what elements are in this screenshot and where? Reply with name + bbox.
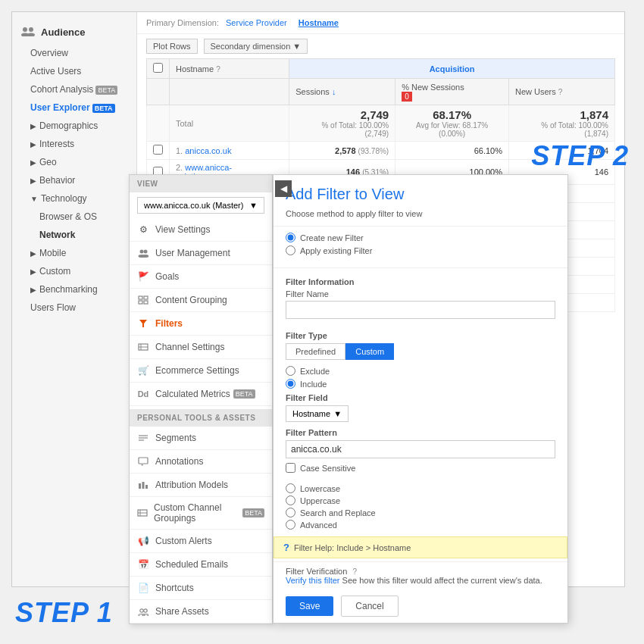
view-menu-view-settings[interactable]: ⚙ View Settings: [130, 218, 272, 242]
primary-dim-label: Primary Dimension:: [146, 18, 219, 27]
sidebar-item-overview[interactable]: Overview: [12, 44, 136, 62]
total-row: Total 2,749 % of Total: 100.00% (2,749) …: [147, 105, 615, 142]
svg-point-0: [23, 27, 27, 32]
filter-pattern-input[interactable]: [286, 440, 555, 458]
sidebar-item-users-flow[interactable]: Users Flow: [12, 299, 136, 317]
sidebar-item-cohort[interactable]: Cohort AnalysisBETA: [12, 80, 136, 98]
predefined-btn[interactable]: Predefined: [286, 343, 345, 360]
lowercase-radio[interactable]: [286, 483, 295, 493]
lowercase-option[interactable]: Lowercase: [286, 483, 555, 493]
view-menu-custom-channel-groupings[interactable]: Custom Channel Groupings BETA: [130, 497, 272, 530]
search-replace-radio[interactable]: [286, 508, 295, 517]
sidebar-item-browser-os[interactable]: Browser & OS: [12, 208, 136, 226]
create-new-filter-option[interactable]: Create new Filter: [286, 233, 555, 242]
total-sessions: 2,749: [295, 108, 389, 121]
total-sessions-pct: % of Total: 100.00% (2,749): [295, 121, 389, 138]
include-radio[interactable]: [286, 379, 295, 389]
step2-label: STEP 2: [531, 140, 629, 172]
goals-icon: 🚩: [137, 270, 149, 283]
col-checkbox: [147, 59, 170, 79]
plot-rows-button[interactable]: Plot Rows: [146, 39, 198, 54]
filter-field-dropdown[interactable]: Hostname ▼: [286, 405, 349, 422]
filter-verification-label: Filter Verification: [286, 567, 347, 576]
view-menu-filters[interactable]: Filters: [130, 312, 272, 336]
apply-existing-filter-radio[interactable]: [286, 245, 295, 255]
view-menu-annotations[interactable]: Annotations: [130, 450, 272, 474]
sidebar-title: Audience: [41, 27, 86, 38]
filter-field-section: Filter Field Hostname ▼: [286, 393, 555, 422]
svg-rect-21: [142, 482, 145, 489]
search-replace-option[interactable]: Search and Replace: [286, 508, 555, 517]
svg-point-26: [140, 609, 143, 612]
custom-btn[interactable]: Custom: [345, 343, 394, 360]
uppercase-option[interactable]: Uppercase: [286, 496, 555, 505]
sidebar-item-technology[interactable]: ▼Technology: [12, 189, 136, 208]
sidebar-item-demographics[interactable]: ▶Demographics: [12, 117, 136, 135]
view-menu-attribution[interactable]: Attribution Models: [130, 474, 272, 497]
uppercase-radio[interactable]: [286, 496, 295, 505]
sidebar-item-network[interactable]: Network: [12, 226, 136, 244]
primary-dimension-bar: Primary Dimension: Service Provider Host…: [137, 12, 624, 34]
view-menu-label-channel: Channel Settings: [155, 342, 224, 352]
view-menu-label-segments: Segments: [155, 433, 196, 443]
filter-name-input[interactable]: [286, 301, 555, 319]
create-new-filter-radio[interactable]: [286, 233, 295, 242]
advanced-radio[interactable]: [286, 520, 295, 530]
view-select-dropdown[interactable]: www.anicca.co.uk (Master) ▼: [137, 197, 264, 214]
acquisition-header: Acquisition: [289, 59, 615, 79]
sidebar-item-mobile[interactable]: ▶Mobile: [12, 244, 136, 262]
svg-rect-9: [144, 296, 148, 299]
exclude-option[interactable]: Exclude: [286, 366, 555, 376]
users-icon: [137, 247, 149, 259]
view-menu-segments[interactable]: Segments: [130, 427, 272, 450]
view-menu-shortcuts[interactable]: 📄 Shortcuts: [130, 577, 272, 600]
view-menu-calculated-metrics[interactable]: Dd Calculated Metrics BETA: [130, 383, 272, 406]
view-menu-label-user-mgmt: User Management: [155, 248, 230, 258]
sidebar-item-benchmarking[interactable]: ▶Benchmarking: [12, 280, 136, 299]
sidebar-item-custom[interactable]: ▶Custom: [12, 262, 136, 280]
row-checkbox-1[interactable]: [153, 145, 163, 155]
view-menu-label-annotations: Annotations: [155, 456, 203, 467]
view-menu-user-management[interactable]: User Management: [130, 242, 272, 265]
advanced-option[interactable]: Advanced: [286, 520, 555, 530]
sidebar-item-active-users[interactable]: Active Users: [12, 62, 136, 80]
save-button[interactable]: Save: [286, 596, 333, 616]
svg-rect-19: [139, 458, 148, 464]
back-arrow-button[interactable]: ◀: [275, 180, 292, 197]
view-menu-ecommerce[interactable]: 🛒 Ecommerce Settings: [130, 359, 272, 383]
sidebar-item-user-explorer[interactable]: User ExplorerBETA: [12, 98, 136, 117]
filter-panel-title: Add Filter to View: [274, 175, 567, 208]
view-menu-share-assets[interactable]: Share Assets: [130, 600, 272, 624]
filter-type-section: Filter Type Predefined Custom Exclude In…: [274, 325, 567, 479]
hostname-link[interactable]: Hostname: [299, 18, 339, 27]
personal-tools-label: PERSONAL TOOLS & ASSETS: [137, 414, 255, 422]
col-new-users: New Users ?: [508, 79, 614, 105]
view-menu-content-grouping[interactable]: Content Grouping: [130, 289, 272, 312]
filter-panel: Add Filter to View Choose method to appl…: [273, 174, 568, 624]
ecommerce-icon: 🛒: [137, 364, 149, 377]
case-sensitive-section[interactable]: Case Sensitive: [286, 463, 555, 473]
svg-rect-22: [145, 485, 148, 489]
sidebar-item-geo[interactable]: ▶Geo: [12, 153, 136, 171]
secondary-dimension-button[interactable]: Secondary dimension ▼: [204, 39, 308, 54]
verify-filter-link[interactable]: Verify this filter: [286, 576, 340, 585]
view-menu-goals[interactable]: 🚩 Goals: [130, 265, 272, 289]
sidebar-item-behavior[interactable]: ▶Behavior: [12, 171, 136, 189]
view-menu-scheduled-emails[interactable]: 📅 Scheduled Emails: [130, 553, 272, 577]
total-new-sessions-avg: Avg for View: 68.17% (0.00%): [402, 121, 502, 138]
view-panel-header: VIEW: [130, 175, 272, 192]
apply-existing-filter-option[interactable]: Apply existing Filter: [286, 245, 555, 255]
case-sensitive-checkbox[interactable]: [286, 463, 295, 473]
filter-panel-subtitle: Choose method to apply filter to view: [274, 208, 567, 227]
sidebar-item-interests[interactable]: ▶Interests: [12, 135, 136, 153]
include-option[interactable]: Include: [286, 379, 555, 389]
filter-icon: [137, 317, 149, 330]
view-menu-custom-alerts[interactable]: 📢 Custom Alerts: [130, 530, 272, 553]
svg-marker-12: [139, 320, 147, 327]
service-provider-link[interactable]: Service Provider: [226, 18, 287, 27]
select-all-checkbox[interactable]: [153, 63, 163, 73]
exclude-radio[interactable]: [286, 366, 295, 376]
hostname-link-1[interactable]: anicca.co.uk: [185, 146, 231, 155]
cancel-button[interactable]: Cancel: [341, 596, 398, 617]
view-menu-channel-settings[interactable]: Channel Settings: [130, 336, 272, 359]
